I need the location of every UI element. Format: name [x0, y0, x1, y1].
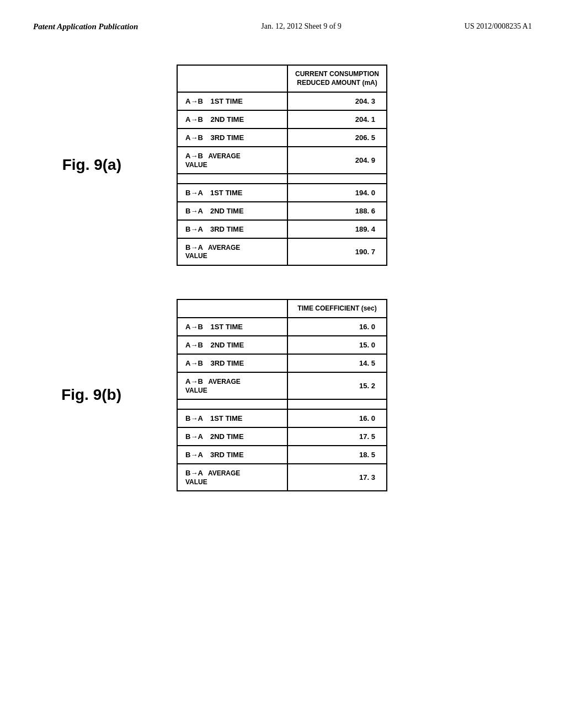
table-row: B→A AVERAGEVALUE 190. 7 [177, 238, 387, 265]
table-row: B→A 3RD TIME 18. 5 [177, 446, 387, 464]
row-b-value-ab-1st: 16. 0 [287, 318, 387, 336]
row-label-ba-1st: B→A 1ST TIME [177, 184, 287, 202]
column-header-a: CURRENT CONSUMPTIONREDUCED AMOUNT (mA) [287, 65, 387, 92]
table-row: B→A 3RD TIME 189. 4 [177, 220, 387, 238]
row-label-ba-2nd: B→A 2ND TIME [177, 202, 287, 220]
empty-header-b [177, 299, 287, 318]
table-row: A→B AVERAGEVALUE 204. 9 [177, 147, 387, 174]
row-b-label-ba-1st: B→A 1ST TIME [177, 409, 287, 427]
row-b-value-ab-3rd: 14. 5 [287, 354, 387, 372]
table-header-row: CURRENT CONSUMPTIONREDUCED AMOUNT (mA) [177, 65, 387, 92]
table-row: A→B 2ND TIME 204. 1 [177, 110, 387, 129]
page-header: Patent Application Publication Jan. 12, … [0, 0, 565, 42]
row-label-ba-avg: B→A AVERAGEVALUE [177, 238, 287, 265]
table-row: A→B 2ND TIME 15. 0 [177, 336, 387, 354]
row-label-ab-1st: A→B 1ST TIME [177, 92, 287, 110]
figure-9a-section: Fig. 9(a) CURRENT CONSUMPTIONREDUCED AMO… [33, 65, 532, 266]
table-row: A→B 1ST TIME 16. 0 [177, 318, 387, 336]
figure-9b-section: Fig. 9(b) TIME COEFFICIENT (sec) A→B 1ST… [33, 299, 532, 491]
column-header-b: TIME COEFFICIENT (sec) [287, 299, 387, 318]
row-b-label-ba-3rd: B→A 3RD TIME [177, 446, 287, 464]
row-value-ba-avg: 190. 7 [287, 238, 387, 265]
row-b-label-ba-avg: B→A AVERAGEVALUE [177, 464, 287, 491]
row-b-label-ab-2nd: A→B 2ND TIME [177, 336, 287, 354]
row-label-ba-3rd: B→A 3RD TIME [177, 220, 287, 238]
row-b-value-ba-2nd: 17. 5 [287, 427, 387, 446]
row-b-value-ab-2nd: 15. 0 [287, 336, 387, 354]
table-row: B→A 1ST TIME 16. 0 [177, 409, 387, 427]
row-b-label-ab-1st: A→B 1ST TIME [177, 318, 287, 336]
gap-row [177, 174, 387, 184]
patent-number-label: US 2012/0008235 A1 [465, 22, 532, 31]
table-row: A→B AVERAGEVALUE 15. 2 [177, 372, 387, 399]
row-b-value-ab-avg: 15. 2 [287, 372, 387, 399]
empty-header [177, 65, 287, 92]
row-value-ab-avg: 204. 9 [287, 147, 387, 174]
row-value-ba-3rd: 189. 4 [287, 220, 387, 238]
row-label-ab-avg: A→B AVERAGEVALUE [177, 147, 287, 174]
date-sheet-label: Jan. 12, 2012 Sheet 9 of 9 [261, 22, 341, 31]
table-row: A→B 1ST TIME 204. 3 [177, 92, 387, 110]
figure-9b-table: TIME COEFFICIENT (sec) A→B 1ST TIME 16. … [177, 299, 387, 491]
row-b-label-ab-3rd: A→B 3RD TIME [177, 354, 287, 372]
figure-9a-label: Fig. 9(a) [33, 156, 143, 174]
table-row: B→A 2ND TIME 188. 6 [177, 202, 387, 220]
row-value-ab-3rd: 206. 5 [287, 129, 387, 147]
table-row: A→B 3RD TIME 206. 5 [177, 129, 387, 147]
row-value-ab-2nd: 204. 1 [287, 110, 387, 129]
figure-9b-label: Fig. 9(b) [33, 386, 143, 404]
row-b-value-ba-avg: 17. 3 [287, 464, 387, 491]
row-b-label-ba-2nd: B→A 2ND TIME [177, 427, 287, 446]
row-label-ab-2nd: A→B 2ND TIME [177, 110, 287, 129]
row-b-label-ab-avg: A→B AVERAGEVALUE [177, 372, 287, 399]
row-value-ba-1st: 194. 0 [287, 184, 387, 202]
gap-row-b [177, 399, 387, 409]
figure-9a-table: CURRENT CONSUMPTIONREDUCED AMOUNT (mA) A… [177, 65, 387, 266]
row-value-ba-2nd: 188. 6 [287, 202, 387, 220]
table-row: A→B 3RD TIME 14. 5 [177, 354, 387, 372]
table-row: B→A 2ND TIME 17. 5 [177, 427, 387, 446]
table-row: B→A 1ST TIME 194. 0 [177, 184, 387, 202]
row-b-value-ba-3rd: 18. 5 [287, 446, 387, 464]
table-header-row-b: TIME COEFFICIENT (sec) [177, 299, 387, 318]
page-content: Fig. 9(a) CURRENT CONSUMPTIONREDUCED AMO… [0, 42, 565, 536]
row-label-ab-3rd: A→B 3RD TIME [177, 129, 287, 147]
publication-label: Patent Application Publication [33, 22, 138, 31]
row-value-ab-1st: 204. 3 [287, 92, 387, 110]
table-row: B→A AVERAGEVALUE 17. 3 [177, 464, 387, 491]
row-b-value-ba-1st: 16. 0 [287, 409, 387, 427]
